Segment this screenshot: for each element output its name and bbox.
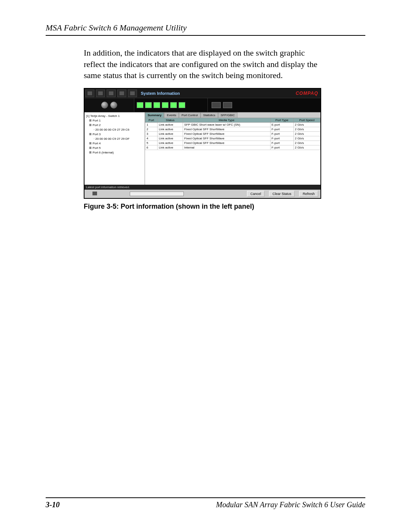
tab-sfp-gbic[interactable]: SFP/GBIC	[218, 112, 237, 118]
tab-events[interactable]: Events	[164, 112, 178, 118]
port-indicator-1[interactable]	[137, 102, 143, 108]
cell-status: Link active	[158, 132, 183, 136]
cell-port: 4	[145, 136, 158, 141]
table-row[interactable]: 4Link activeFixed Optical SFF ShortWaveF…	[145, 136, 320, 141]
port-indicator-6[interactable]	[178, 102, 185, 108]
work-area: [1] Terije Array - Switch 1 ⊞ Port 1⊞ Po…	[84, 112, 320, 185]
port-indicator-3[interactable]	[153, 102, 160, 108]
cell-status: Link active	[158, 127, 183, 132]
table-row[interactable]: 2Link activeFixed Optical SFF ShortWaveF…	[145, 127, 320, 132]
column-header[interactable]: Status	[158, 118, 183, 123]
cell-ptype: F-port	[270, 136, 293, 141]
device-right-area	[208, 98, 320, 112]
cell-status: Link active	[158, 145, 183, 150]
title-bar: System Information COMPAQ	[84, 89, 320, 98]
port-indicator-5[interactable]	[170, 102, 177, 108]
world-icon	[130, 91, 135, 95]
tree-node[interactable]: ⊞ Port 2	[86, 123, 143, 128]
refresh-button[interactable]: Refresh	[299, 191, 318, 197]
status-bar: Latest port information retrieved.	[84, 185, 320, 190]
port-table: PortStatusMedia TypePort TypePort Speed …	[145, 118, 320, 150]
toolbar-button-2[interactable]	[96, 89, 105, 97]
tree-node[interactable]: ⊞ Port 3	[86, 132, 143, 137]
tree-node[interactable]: ⊞ Port 5	[86, 146, 143, 150]
table-row[interactable]: 6Link activeInternalF-port2 Gb/s	[145, 145, 320, 150]
header-rule	[46, 35, 365, 36]
page-footer: 3-10 Modular SAN Array Fabric Switch 6 U…	[46, 497, 365, 509]
cell-ptype: F-port	[270, 132, 293, 136]
temperature-icon: 🌡	[87, 192, 90, 196]
cell-ptype: F-port	[270, 145, 293, 150]
device-knob-area	[84, 98, 134, 112]
content-pane: SummaryEventsPort ControlStatisticsSFP/G…	[145, 112, 320, 185]
cell-media: Fixed Optical SFF ShortWave	[183, 141, 271, 145]
knob-icon	[101, 102, 108, 109]
column-header[interactable]: Port Type	[270, 118, 293, 123]
toolbar-button-3[interactable]	[107, 89, 116, 97]
cell-speed: 2 Gb/s	[293, 127, 320, 132]
window-title: System Information	[141, 91, 180, 96]
toolbar-button-1[interactable]	[85, 89, 94, 97]
tab-statistics[interactable]: Statistics	[201, 112, 218, 118]
tree-root[interactable]: [1] Terije Array - Switch 1	[86, 114, 143, 118]
app-window: System Information COMPAQ	[84, 88, 321, 199]
tree-node[interactable]: · 20 00 00 00 C9 27 29 C6	[86, 128, 143, 132]
cell-ptype: F-port	[270, 127, 293, 132]
body-paragraph: In addition, the indicators that are dis…	[84, 47, 320, 81]
cell-media: Fixed Optical SFF ShortWave	[183, 132, 271, 136]
table-row[interactable]: 3Link activeFixed Optical SFF ShortWaveF…	[145, 132, 320, 136]
cell-speed: 2 Gb/s	[293, 141, 320, 145]
column-header[interactable]: Media Type	[183, 118, 271, 123]
tab-strip: SummaryEventsPort ControlStatisticsSFP/G…	[145, 112, 320, 118]
cell-speed: 2 Gb/s	[293, 123, 320, 127]
footer-title: Modular SAN Array Fabric Switch 6 User G…	[216, 500, 365, 509]
summary-grid: PortStatusMedia TypePort TypePort Speed …	[145, 118, 320, 185]
fan-icon	[92, 192, 97, 196]
stack-icon	[109, 91, 113, 95]
connector-icon	[223, 102, 232, 108]
cell-port: 2	[145, 127, 158, 132]
tree-node[interactable]: ⊞ Port 4	[86, 141, 143, 146]
figure-3-5: System Information COMPAQ	[84, 88, 320, 211]
column-header[interactable]: Port	[145, 118, 158, 123]
connector-icon	[212, 102, 221, 108]
tree-node[interactable]: ⊞ Port 1	[86, 118, 143, 123]
column-header[interactable]: Port Speed	[293, 118, 320, 123]
tab-summary[interactable]: Summary	[145, 112, 164, 118]
cancel-button[interactable]: Cancel	[247, 191, 264, 197]
progress-bar	[130, 192, 184, 196]
knob-icon	[110, 102, 117, 109]
cell-media: SFP GBIC Short wave laser w/ OFC (SN)	[183, 123, 271, 127]
footer-bar: 🌡 Cancel Clear Status Refresh	[84, 190, 320, 198]
cell-status: Link active	[158, 123, 183, 127]
port-indicator-4[interactable]	[162, 102, 169, 108]
toolbar-button-5[interactable]	[128, 89, 137, 97]
table-row[interactable]: 1Link activeSFP GBIC Short wave laser w/…	[145, 123, 320, 127]
cell-port: 3	[145, 132, 158, 136]
tree-node[interactable]: · 20 00 00 00 C9 27 29 DF	[86, 137, 143, 141]
cell-media: Fixed Optical SFF ShortWave	[183, 136, 271, 141]
cell-port: 5	[145, 141, 158, 145]
table-row[interactable]: 5Link activeFixed Optical SFF ShortWaveF…	[145, 141, 320, 145]
cell-ptype: F-port	[270, 141, 293, 145]
toolbar-button-4[interactable]	[117, 89, 126, 97]
tab-port-control[interactable]: Port Control	[179, 112, 201, 118]
tree-node[interactable]: ⊞ Port 6 (Internal)	[86, 150, 143, 155]
cell-media: Fixed Optical SFF ShortWave	[183, 127, 271, 132]
page-number: 3-10	[46, 500, 60, 509]
cell-speed: 2 Gb/s	[293, 136, 320, 141]
figure-caption: Figure 3-5: Port information (shown in t…	[84, 203, 320, 211]
navigation-tree[interactable]: [1] Terije Array - Switch 1 ⊞ Port 1⊞ Po…	[84, 112, 145, 185]
grid-icon	[88, 91, 92, 95]
cell-ptype: E-port	[270, 123, 293, 127]
cell-media: Internal	[183, 145, 271, 150]
brand-logo: COMPAQ	[296, 91, 318, 96]
cell-speed: 2 Gb/s	[293, 145, 320, 150]
cell-status: Link active	[158, 141, 183, 145]
device-graphic	[84, 98, 320, 112]
clear-status-button[interactable]: Clear Status	[269, 191, 295, 197]
cell-status: Link active	[158, 136, 183, 141]
port-indicator-2[interactable]	[145, 102, 152, 108]
warning-icon	[98, 91, 103, 95]
switch-ports-graphic	[134, 98, 208, 112]
